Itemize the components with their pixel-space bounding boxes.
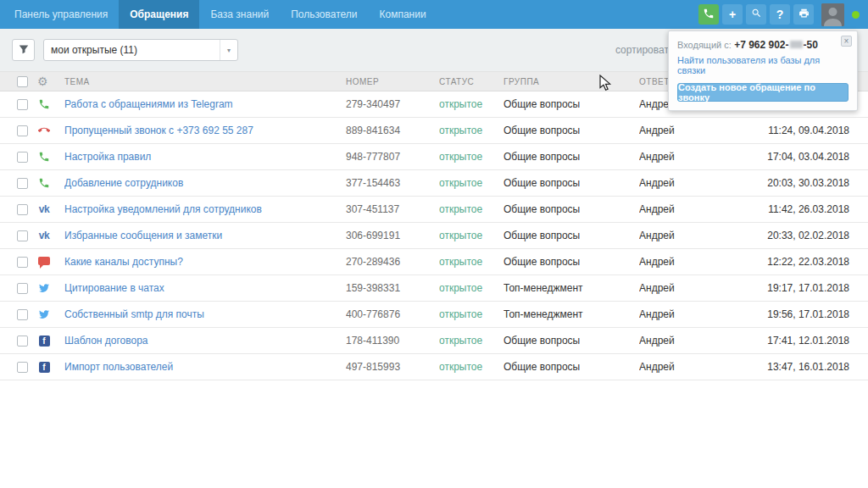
- ticket-group: Общие вопросы: [504, 335, 639, 347]
- print-button[interactable]: [793, 4, 814, 25]
- ticket-theme-link[interactable]: Добавление сотрудников: [64, 177, 346, 189]
- table-row[interactable]: Цитирование в чатах 159-398331 открытое …: [0, 275, 868, 302]
- ticket-theme-link[interactable]: Настройка правил: [64, 151, 346, 163]
- select-all-checkbox[interactable]: [17, 76, 28, 87]
- ticket-theme-link[interactable]: Какие каналы доступны?: [64, 256, 346, 268]
- gear-icon[interactable]: ⚙: [37, 75, 48, 87]
- row-checkbox[interactable]: [17, 283, 28, 294]
- table-row[interactable]: vk Избранные сообщения и заметки 306-699…: [0, 223, 868, 249]
- table-row[interactable]: vk Настройка уведомлений для сотрудников…: [0, 197, 868, 223]
- row-checkbox[interactable]: [17, 152, 28, 163]
- row-checkbox-cell: [0, 204, 37, 215]
- ticket-status: открытое: [439, 125, 504, 136]
- ticket-theme-link[interactable]: Избранные сообщения и заметки: [64, 230, 346, 241]
- row-channel-cell: [37, 176, 64, 190]
- table-row[interactable]: f Шаблон договора 178-411390 открытое Об…: [0, 328, 868, 354]
- channel-call-icon: [37, 97, 51, 111]
- column-header-number[interactable]: НОМЕР: [346, 77, 439, 86]
- ticket-theme-link[interactable]: Собственный smtp для почты: [64, 308, 346, 320]
- ticket-number: 307-451137: [346, 203, 439, 215]
- ticket-status: открытое: [439, 177, 504, 189]
- channel-vk-icon: vk: [37, 229, 51, 242]
- phone-call-button[interactable]: [698, 4, 719, 25]
- ticket-theme-link[interactable]: Шаблон договора: [64, 335, 346, 347]
- row-checkbox[interactable]: [17, 309, 28, 320]
- row-channel-cell: f: [37, 334, 64, 347]
- user-avatar[interactable]: [821, 3, 844, 26]
- chevron-down-icon: ▾: [220, 40, 231, 60]
- table-row[interactable]: Какие каналы доступны? 270-289436 открыт…: [0, 249, 868, 275]
- top-navbar: Панель управления Обращения База знаний …: [0, 0, 868, 29]
- nav-item-control-panel[interactable]: Панель управления: [3, 0, 119, 29]
- column-header-group[interactable]: ГРУППА: [504, 77, 639, 86]
- channel-facebook-icon: f: [37, 334, 51, 347]
- phone-icon: [703, 8, 715, 22]
- plus-icon: +: [729, 8, 736, 21]
- ticket-assignee: Андрей: [639, 282, 741, 294]
- channel-call-icon: [37, 176, 51, 190]
- ticket-theme-link[interactable]: Импорт пользователей: [64, 361, 346, 373]
- ticket-status: открытое: [439, 203, 504, 215]
- ticket-theme-link[interactable]: Цитирование в чатах: [64, 282, 346, 294]
- row-checkbox-cell: [0, 257, 37, 268]
- table-row[interactable]: Добавление сотрудников 377-154463 открыт…: [0, 170, 868, 197]
- nav-item-tickets[interactable]: Обращения: [119, 0, 199, 29]
- question-icon: ?: [776, 8, 784, 21]
- table-row[interactable]: Настройка правил 948-777807 открытое Общ…: [0, 144, 868, 170]
- row-checkbox[interactable]: [17, 204, 28, 215]
- row-checkbox[interactable]: [17, 99, 28, 110]
- table-row[interactable]: Пропущенный звонок с +373 692 55 287 889…: [0, 118, 868, 144]
- ticket-theme-link[interactable]: Работа с обращениями из Telegram: [64, 98, 346, 110]
- close-icon[interactable]: ×: [841, 36, 852, 47]
- row-channel-cell: vk: [37, 229, 64, 242]
- ticket-number: 159-398331: [346, 282, 439, 294]
- filter-funnel-icon: [19, 44, 29, 57]
- nav-item-knowledge-base[interactable]: База знаний: [199, 0, 280, 29]
- row-channel-cell: [37, 255, 64, 269]
- table-row[interactable]: Собственный smtp для почты 400-776876 от…: [0, 302, 868, 328]
- filter-button[interactable]: [12, 39, 35, 61]
- row-checkbox[interactable]: [17, 230, 28, 241]
- ticket-group: Общие вопросы: [504, 177, 639, 189]
- find-user-link[interactable]: Найти пользователя из базы для связки: [677, 55, 849, 75]
- ticket-group: Общие вопросы: [504, 230, 639, 241]
- ticket-number: 279-340497: [346, 98, 439, 110]
- nav-item-users[interactable]: Пользователи: [280, 0, 368, 29]
- row-checkbox[interactable]: [17, 336, 28, 347]
- ticket-assignee: Андрей: [639, 335, 741, 347]
- filter-dropdown[interactable]: мои открытые (11) ▾: [43, 39, 238, 61]
- row-checkbox-cell: [0, 283, 37, 294]
- ticket-status: открытое: [439, 282, 504, 294]
- ticket-theme-link[interactable]: Настройка уведомлений для сотрудников: [64, 203, 346, 215]
- row-checkbox-cell: [0, 362, 37, 373]
- row-checkbox-cell: [0, 336, 37, 347]
- ticket-number: 178-411390: [346, 335, 439, 347]
- ticket-group: Общие вопросы: [504, 203, 639, 215]
- column-header-theme[interactable]: ТЕМА: [64, 77, 346, 86]
- add-ticket-button[interactable]: +: [722, 4, 743, 25]
- row-channel-cell: vk: [37, 202, 64, 216]
- create-ticket-from-call-button[interactable]: Создать новое обращение по звонку: [677, 83, 849, 102]
- column-header-status[interactable]: СТАТУС: [439, 77, 504, 86]
- header-gear-cell: ⚙: [37, 75, 64, 87]
- row-channel-cell: [37, 97, 64, 111]
- nav-item-companies[interactable]: Компании: [369, 0, 437, 29]
- ticket-number: 497-815993: [346, 361, 439, 373]
- row-checkbox[interactable]: [17, 362, 28, 373]
- ticket-theme-link[interactable]: Пропущенный звонок с +373 692 55 287: [64, 125, 346, 136]
- tickets-table-body: Работа с обращениями из Telegram 279-340…: [0, 92, 868, 380]
- navbar-actions: + ?: [698, 0, 868, 29]
- ticket-number: 270-289436: [346, 256, 439, 268]
- help-button[interactable]: ?: [770, 4, 790, 25]
- table-row[interactable]: f Импорт пользователей 497-815993 открыт…: [0, 354, 868, 380]
- row-checkbox[interactable]: [17, 178, 28, 189]
- channel-vk-icon: vk: [37, 202, 51, 216]
- row-checkbox[interactable]: [17, 257, 28, 268]
- ticket-number: 948-777807: [346, 151, 439, 163]
- search-button[interactable]: [746, 4, 766, 25]
- ticket-group: Общие вопросы: [504, 98, 639, 110]
- header-checkbox-cell: [0, 76, 37, 87]
- channel-twitter-icon: [37, 308, 51, 321]
- row-checkbox[interactable]: [17, 125, 28, 136]
- ticket-group: Общие вопросы: [504, 151, 639, 163]
